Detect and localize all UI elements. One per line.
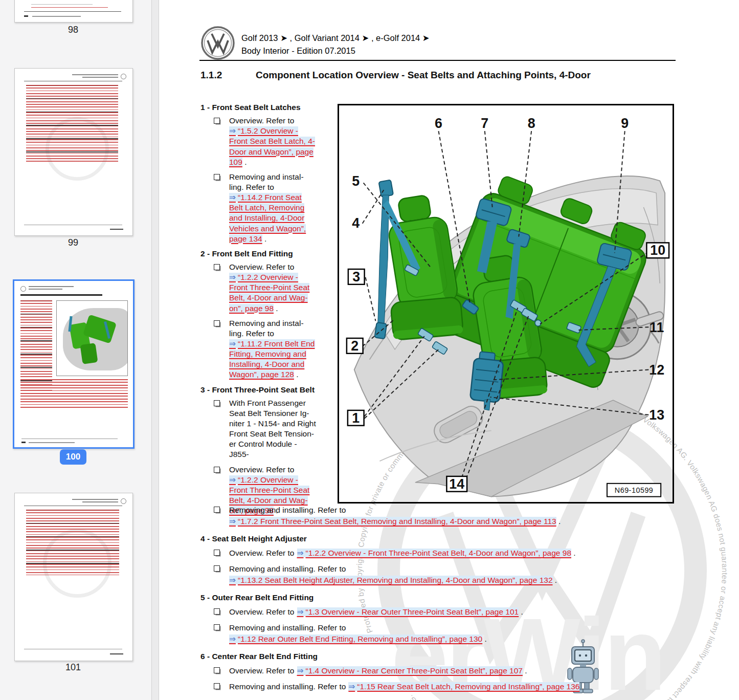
checkbox-bullet-icon (214, 400, 220, 406)
header-rule (199, 60, 676, 61)
ref-arrow-icon: ⇒ (229, 339, 238, 348)
list-item: Overview. Refer to ⇒“1.2.2 Overview - Fr… (200, 262, 340, 314)
section-title-text: Component Location Overview - Seat Belts… (256, 70, 591, 81)
ref-arrow-icon: ⇒ (297, 666, 306, 675)
callout-12: 12 (649, 362, 664, 378)
ref-arrow-icon: ⇒ (229, 475, 238, 484)
list-item: Removing and installing. Refer to ⇒“1.13… (200, 563, 685, 586)
callout-4: 4 (352, 215, 360, 231)
checkbox-bullet-icon (214, 667, 220, 673)
list-item: Removing and installing. Refer to ⇒“1.7.… (200, 505, 685, 527)
ref-arrow-icon: ⇒ (229, 517, 238, 526)
callout-5: 5 (352, 173, 360, 189)
component-item-2: 2 - Front Belt End Fitting Overview. Ref… (200, 249, 340, 380)
checkbox-bullet-icon (214, 624, 220, 630)
entry-text: Removing and instal- ling. Refer to (229, 172, 304, 191)
sidebar-scrollbar[interactable] (151, 0, 159, 700)
entry-text: Removing and installing. Refer to (229, 623, 346, 632)
ref-arrow-icon: ⇒ (229, 576, 238, 584)
xref-link[interactable]: ⇒“1.11.2 Front Belt End Fitting, Removin… (229, 339, 315, 379)
thumbnail-page-101[interactable] (14, 493, 133, 661)
list-item: With Front Passenger Seat Belt Tensioner… (200, 398, 340, 460)
ref-arrow-icon: ⇒ (229, 635, 238, 643)
list-item: Removing and instal- ling. Refer to ⇒“1.… (200, 318, 340, 380)
checkbox-bullet-icon (214, 507, 220, 513)
entry-text: Overview. Refer to (229, 262, 295, 271)
entry-text: Overview. Refer to (229, 607, 295, 616)
callout-9: 9 (621, 116, 629, 131)
item-title: 4 - Seat Belt Height Adjuster (200, 533, 685, 544)
entry-text: With Front Passenger Seat Belt Tensioner… (229, 399, 316, 459)
xref-link[interactable]: ⇒“1.2.2 Overview - Front Three-Point Sea… (297, 549, 572, 557)
thumbnail-page-98[interactable] (14, 0, 133, 23)
document-page: Golf 2013 ➤ , Golf Variant 2014 ➤ , e-Go… (160, 0, 739, 700)
left-column: 1 - Front Seat Belt Latches Overview. Re… (200, 102, 340, 520)
thumbnail-page-99[interactable] (14, 68, 133, 236)
callout-10: 10 (650, 243, 665, 258)
list-item: Overview. Refer to⇒“1.4 Overview - Rear … (200, 665, 685, 676)
bottom-items: Removing and installing. Refer to ⇒“1.7.… (200, 505, 685, 700)
xref-link[interactable]: ⇒“1.14.2 Front Seat Belt Latch, Removing… (229, 193, 306, 243)
xref-link[interactable]: ⇒“1.12 Rear Outer Belt End Fitting, Remo… (229, 635, 482, 643)
figure-code-label: N69-10599 (607, 484, 661, 497)
xref-link[interactable]: ⇒“1.7.2 Front Three-Point Seat Belt, Rem… (229, 517, 556, 526)
callout-6: 6 (435, 116, 442, 131)
callout-7: 7 (481, 116, 488, 131)
checkbox-bullet-icon (214, 264, 220, 270)
vw-logo-icon (201, 26, 235, 62)
checkbox-bullet-icon (214, 550, 220, 556)
callout-13: 13 (649, 407, 664, 423)
entry-text: Removing and instal- ling. Refer to (229, 319, 304, 338)
ref-arrow-icon: ⇒ (348, 682, 357, 691)
entry-text: Overview. Refer to (229, 666, 295, 675)
entry-text: Removing and installing. Refer to (229, 682, 346, 691)
item-title: 3 - Front Three-Point Seat Belt (200, 385, 340, 395)
checkbox-bullet-icon (214, 683, 220, 689)
thumbnail-sidebar: 98 99 100 (0, 0, 151, 700)
ref-arrow-icon: ⇒ (229, 273, 238, 281)
thumbnail-label-98: 98 (14, 25, 132, 35)
item-title: 5 - Outer Rear Belt End Fitting (200, 592, 685, 603)
entry-text: Removing and installing. Refer to (229, 506, 346, 514)
xref-link[interactable]: ⇒“1.3 Overview - Rear Outer Three-Point … (297, 607, 519, 616)
checkbox-bullet-icon (214, 174, 220, 180)
figure-code-text: N69-10599 (615, 486, 654, 494)
entry-text: Overview. Refer to (229, 116, 295, 125)
ref-arrow-icon: ⇒ (297, 607, 306, 616)
checkbox-bullet-icon (214, 320, 220, 326)
item-title: 2 - Front Belt End Fitting (200, 249, 340, 259)
section-number: 1.1.2 (200, 70, 256, 81)
header-edition: Body Interior - Edition 07.2015 (241, 45, 430, 57)
item-title: 1 - Front Seat Belt Latches (200, 102, 340, 113)
document-header: Golf 2013 ➤ , Golf Variant 2014 ➤ , e-Go… (241, 32, 430, 57)
callout-11: 11 (650, 320, 664, 335)
thumbnail-label-99: 99 (14, 237, 132, 248)
xref-link[interactable]: ⇒“1.2.2 Overview - Front Three-Point Sea… (229, 273, 309, 312)
component-item-1: 1 - Front Seat Belt Latches Overview. Re… (200, 102, 340, 244)
xref-link[interactable]: ⇒“1.15 Rear Seat Belt Latch, Removing an… (348, 682, 579, 691)
list-item: Overview. Refer to⇒“1.3 Overview - Rear … (200, 606, 685, 618)
callout-2: 2 (351, 338, 359, 354)
thumbnail-page-100-selected[interactable] (13, 279, 135, 449)
callout-1: 1 (352, 410, 360, 426)
xref-link[interactable]: ⇒“1.4 Overview - Rear Center Three-Point… (297, 666, 523, 675)
list-item: Removing and installing. Refer to ⇒“1.12… (200, 622, 685, 645)
callout-8: 8 (528, 116, 535, 131)
section-title: 1.1.2 Component Location Overview - Seat… (200, 70, 591, 81)
list-item: Removing and installing. Refer to⇒“1.15 … (200, 681, 685, 692)
checkbox-bullet-icon (214, 608, 220, 615)
entry-text: Removing and installing. Refer to (229, 564, 346, 573)
current-page-badge: 100 (60, 449, 86, 465)
xref-link[interactable]: ⇒“1.13.2 Seat Belt Height Adjuster, Remo… (229, 576, 553, 584)
callout-3: 3 (352, 269, 360, 285)
ref-arrow-icon: ⇒ (297, 549, 306, 557)
component-item-3: 3 - Front Three-Point Seat Belt With Fro… (200, 385, 340, 516)
seat-belt-location-figure: 1 2 3 4 5 6 7 8 9 10 11 12 13 14 (338, 104, 674, 504)
ref-arrow-icon: ⇒ (229, 193, 238, 202)
checkbox-bullet-icon (214, 565, 220, 572)
list-item: Overview. Refer to ⇒“1.5.2 Overview - Fr… (200, 116, 340, 167)
item-title: 6 - Center Rear Belt End Fitting (200, 651, 685, 662)
entry-text: Overview. Refer to (229, 549, 295, 557)
thumbnail-label-101: 101 (14, 662, 132, 673)
callout-14: 14 (449, 476, 464, 492)
